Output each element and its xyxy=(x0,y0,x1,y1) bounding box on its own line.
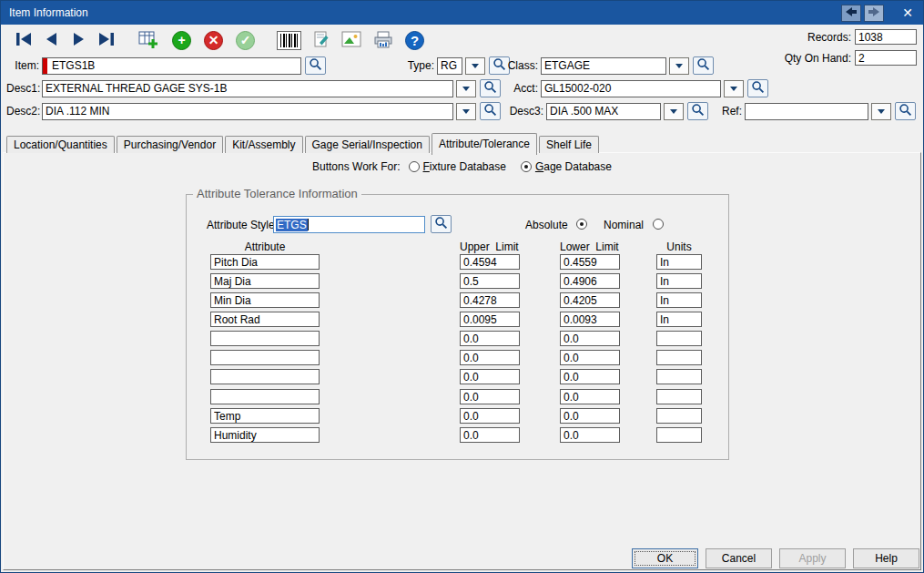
ref-dropdown-button[interactable] xyxy=(871,103,891,120)
item-input[interactable] xyxy=(42,57,301,75)
units-input[interactable] xyxy=(656,427,702,443)
barcode-button[interactable] xyxy=(277,29,301,51)
units-input[interactable] xyxy=(656,369,702,384)
tab-location-quantities[interactable]: Location/Quantities xyxy=(6,136,115,153)
class-search-button[interactable] xyxy=(693,56,714,75)
ok-button[interactable]: OK xyxy=(632,548,698,568)
absolute-radio[interactable] xyxy=(576,219,587,230)
attribute-input[interactable] xyxy=(210,389,320,404)
upper-limit-input[interactable] xyxy=(460,389,520,404)
lower-limit-input[interactable] xyxy=(560,427,620,443)
upper-limit-input[interactable] xyxy=(460,312,520,327)
units-input[interactable] xyxy=(656,331,702,346)
lower-limit-input[interactable] xyxy=(560,331,620,346)
lower-limit-input[interactable] xyxy=(560,254,620,270)
upper-limit-input[interactable] xyxy=(460,254,520,270)
upper-limit-input[interactable] xyxy=(460,292,520,308)
upper-limit-column-header: Upper Limit xyxy=(460,240,519,253)
attribute-input[interactable] xyxy=(210,312,320,327)
desc1-search-button[interactable] xyxy=(480,79,501,97)
delete-button[interactable]: ✕ xyxy=(204,29,223,51)
acct-search-button[interactable] xyxy=(747,79,768,97)
tab-kit-assembly[interactable]: Kit/Assembly xyxy=(225,136,302,153)
cancel-button[interactable]: Cancel xyxy=(706,548,772,568)
attribute-input[interactable] xyxy=(210,254,320,270)
fixture-database-radio[interactable] xyxy=(409,161,420,172)
lower-limit-input[interactable] xyxy=(560,389,620,404)
add-button[interactable]: + xyxy=(172,29,191,51)
ref-search-button[interactable] xyxy=(895,102,916,120)
units-input[interactable] xyxy=(656,292,702,308)
desc3-input[interactable] xyxy=(546,103,661,120)
first-record-button[interactable] xyxy=(14,29,34,51)
gage-database-radio[interactable] xyxy=(521,161,532,172)
tab-attribute-tolerance[interactable]: Attribute/Tolerance xyxy=(432,133,537,155)
tab-purchasing-vendor[interactable]: Purchasing/Vendor xyxy=(117,136,223,153)
attribute-input[interactable] xyxy=(210,331,320,346)
units-input[interactable] xyxy=(656,254,702,270)
previous-record-button[interactable] xyxy=(44,29,60,51)
tab-gage-serial-inspection[interactable]: Gage Serial/Inspection xyxy=(305,136,430,153)
item-search-button[interactable] xyxy=(305,56,326,75)
qty-on-hand-input[interactable] xyxy=(855,50,917,66)
attribute-input[interactable] xyxy=(210,408,320,424)
desc1-dropdown-button[interactable] xyxy=(456,80,476,97)
print-chart-button[interactable] xyxy=(372,29,394,51)
lower-limit-input[interactable] xyxy=(560,350,620,365)
type-input[interactable] xyxy=(437,57,462,75)
upper-limit-input[interactable] xyxy=(460,427,520,443)
lower-limit-input[interactable] xyxy=(560,312,620,327)
units-input[interactable] xyxy=(656,312,702,327)
close-button[interactable]: ✕ xyxy=(892,1,923,25)
attribute-style-search-button[interactable] xyxy=(431,215,452,233)
attribute-input[interactable] xyxy=(210,273,320,289)
acct-dropdown-button[interactable] xyxy=(724,80,744,97)
upper-limit-input[interactable] xyxy=(460,331,520,346)
type-dropdown-button[interactable] xyxy=(465,57,485,75)
desc2-input[interactable] xyxy=(42,103,453,120)
attribute-input[interactable] xyxy=(210,350,320,365)
confirm-button[interactable]: ✓ xyxy=(236,29,255,51)
lower-limit-input[interactable] xyxy=(560,273,620,289)
lower-limit-input[interactable] xyxy=(560,408,620,424)
titlebar-back-button[interactable] xyxy=(841,5,861,22)
lower-limit-input[interactable] xyxy=(560,292,620,308)
class-dropdown-button[interactable] xyxy=(669,57,689,75)
upper-limit-input[interactable] xyxy=(460,273,520,289)
units-input[interactable] xyxy=(656,408,702,424)
attribute-style-label: Attribute Style: xyxy=(207,219,278,231)
attribute-input[interactable] xyxy=(210,292,320,308)
tab-shelf-life[interactable]: Shelf Life xyxy=(539,136,599,153)
desc2-search-button[interactable] xyxy=(480,102,501,120)
upper-limit-input[interactable] xyxy=(460,408,520,424)
last-record-button[interactable] xyxy=(96,29,117,51)
nominal-radio[interactable] xyxy=(653,219,664,230)
acct-input[interactable] xyxy=(541,80,721,97)
desc3-search-button[interactable] xyxy=(687,102,708,120)
edit-document-button[interactable] xyxy=(312,29,330,51)
attribute-input[interactable] xyxy=(210,427,320,443)
desc2-dropdown-button[interactable] xyxy=(456,103,476,120)
units-input[interactable] xyxy=(656,389,702,404)
units-input[interactable] xyxy=(656,273,702,289)
picture-button[interactable] xyxy=(341,29,361,51)
help-button-footer[interactable]: Help xyxy=(853,548,919,568)
upper-limit-input[interactable] xyxy=(460,350,520,365)
desc1-input[interactable] xyxy=(42,80,453,97)
class-input[interactable] xyxy=(541,57,666,75)
lower-limit-input[interactable] xyxy=(560,369,620,384)
apply-button[interactable]: Apply xyxy=(779,548,846,568)
record-counts: Records: Qty On Hand: xyxy=(785,29,917,71)
titlebar-forward-button[interactable] xyxy=(864,5,884,22)
previous-record-icon xyxy=(44,32,60,49)
ref-input[interactable] xyxy=(745,103,868,120)
add-record-button[interactable] xyxy=(137,29,159,51)
units-input[interactable] xyxy=(656,350,702,365)
next-record-button[interactable] xyxy=(70,29,86,51)
attribute-input[interactable] xyxy=(210,369,320,384)
records-input[interactable] xyxy=(855,29,917,45)
help-button[interactable]: ? xyxy=(405,29,424,51)
attribute-style-input[interactable]: ETGS xyxy=(273,216,425,233)
desc3-dropdown-button[interactable] xyxy=(664,103,684,120)
upper-limit-input[interactable] xyxy=(460,369,520,384)
